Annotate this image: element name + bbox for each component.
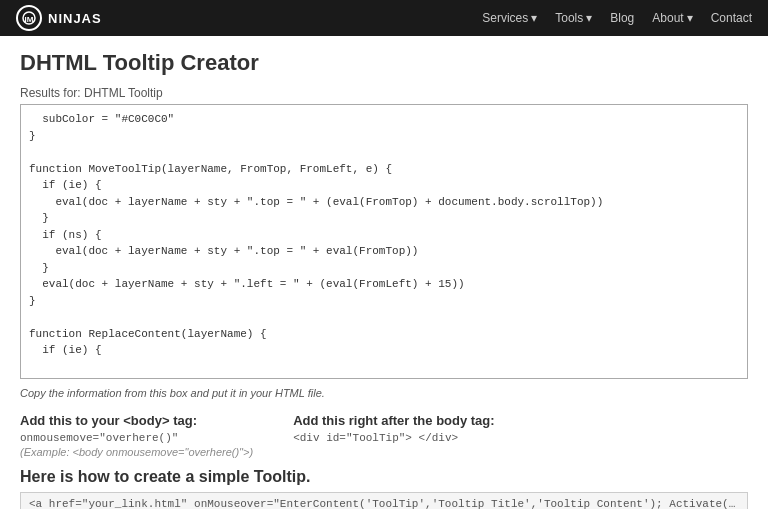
nav-contact[interactable]: Contact (711, 11, 752, 25)
bottom-grid: Add this to your <body> tag: onmousemove… (20, 413, 748, 458)
svg-text:IM: IM (25, 15, 34, 24)
services-arrow-icon: ▾ (531, 11, 537, 25)
logo-text: NINJAS (48, 11, 102, 26)
tools-arrow-icon: ▾ (586, 11, 592, 25)
results-label: Results for: DHTML Tooltip (20, 86, 748, 100)
nav-tools[interactable]: Tools ▾ (555, 11, 592, 25)
nav-blog[interactable]: Blog (610, 11, 634, 25)
nav-services[interactable]: Services ▾ (482, 11, 537, 25)
about-arrow-icon: ▾ (687, 11, 693, 25)
after-body-code: <div id="ToolTip"> </div> (293, 432, 495, 444)
body-tag-label: Add this to your <body> tag: (20, 413, 253, 428)
body-tag-section: Add this to your <body> tag: onmousemove… (20, 413, 253, 458)
copy-hint: Copy the information from this box and p… (20, 387, 748, 399)
code-output-textarea[interactable] (21, 105, 747, 375)
after-body-section: Add this right after the body tag: <div … (293, 413, 495, 446)
simple-tooltip-title: Here is how to create a simple Tooltip. (20, 468, 748, 486)
body-tag-example: (Example: <body onmousemove="overhere()"… (20, 446, 253, 458)
nav-links: Services ▾ Tools ▾ Blog About ▾ Contact (482, 11, 752, 25)
nav-about[interactable]: About ▾ (652, 11, 692, 25)
code-box-wrapper (20, 104, 748, 379)
page-title: DHTML Tooltip Creator (20, 50, 748, 76)
main-content: DHTML Tooltip Creator Results for: DHTML… (0, 36, 768, 509)
navbar: IM NINJAS Services ▾ Tools ▾ Blog About … (0, 0, 768, 36)
logo: IM NINJAS (16, 5, 102, 31)
logo-icon: IM (16, 5, 42, 31)
simple-tooltip-code[interactable]: <a href="your_link.html" onMouseover="En… (20, 492, 748, 509)
after-body-label: Add this right after the body tag: (293, 413, 495, 428)
body-tag-code: onmousemove="overhere()" (20, 432, 253, 444)
